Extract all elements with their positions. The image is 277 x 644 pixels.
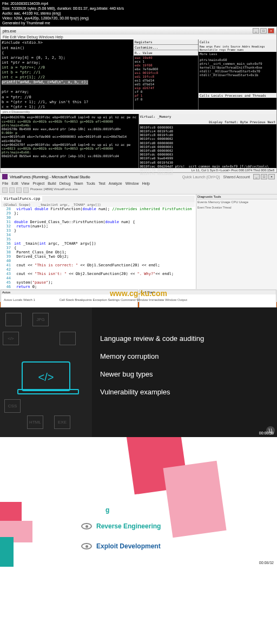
menu-item[interactable]: View [21, 182, 29, 185]
toolbar-icon[interactable] [23, 187, 29, 193]
menu-item[interactable]: File [2, 182, 8, 185]
diagnostic-tools-panel[interactable]: Diagnostic Tools Events Memory Usage CPU… [196, 194, 277, 289]
diag-tabs[interactable]: Events Memory Usage CPU Usage [197, 200, 276, 204]
call-row: ntdll!__RtlUserThreadStart+0x70 [199, 69, 276, 73]
code-editor[interactable]: VirtualFuncs.cpp (Global Scope) _tmain(i… [0, 194, 196, 289]
memory-row: 0019fcec 00d264df ptrs!__scrt_common_mai… [140, 164, 276, 168]
code-line: 43 cout << "This isn't: " << Obj2.Second… [1, 272, 195, 276]
vs-toolbar[interactable]: Process: [4896] VirtualFuncs.exe [0, 186, 277, 194]
vs-logo-icon [2, 174, 8, 179]
code-line: 41 cout << "This is correct: " << Obj1.S… [1, 263, 195, 267]
memory-row: 0019fcc8 0019fcd0 [140, 133, 276, 137]
diag-title: Diagnostic Tools [196, 194, 277, 199]
editor-tab[interactable]: VirtualFuncs.cpp [2, 196, 42, 202]
memory-row: 0019fccc 00000002 [140, 137, 276, 140]
disasm-line: eax=0019fcd8 ebx=7efde000 ecx=00000003 e… [2, 135, 137, 142]
menu-item[interactable]: Test [98, 182, 105, 185]
debugger-menubar[interactable]: File Edit View Debug Windows Help [1, 35, 276, 39]
code-line: 40 [1, 259, 195, 263]
bottom-tabs-left[interactable]: Autos Locals Watch 1 [2, 298, 37, 302]
script-icon: </> [3, 332, 19, 345]
menu-item[interactable]: Build [48, 182, 56, 185]
bug-icon [5, 313, 22, 326]
vs-menubar[interactable]: FileEditViewProjectBuildDebugTeamToolsTe… [0, 180, 277, 186]
laptop-icon: </> [22, 361, 70, 391]
timestamp: 00:08/32 [259, 561, 274, 565]
code-line: int a = *ptr++; //0 [2, 65, 132, 70]
code-line: 29}; [1, 211, 195, 216]
menu-item[interactable]: Team [74, 182, 83, 185]
menu-item[interactable]: Help [142, 182, 150, 185]
source-code-pane[interactable]: #include <stdio.h> int main() { int arra… [1, 39, 133, 110]
menu-item[interactable]: Analyze [109, 182, 122, 185]
menu-item[interactable]: Edit [11, 182, 18, 185]
window-title: ptrs.exe [3, 29, 16, 33]
topic-label: Exploit Development [96, 542, 161, 550]
register-row: ebx 7efde000 [134, 67, 198, 71]
css-icon: CSS [4, 399, 21, 413]
code-line: 44 [1, 276, 195, 280]
code-line: 28 virtual double FirstFunction(double n… [1, 207, 195, 211]
window-titlebar[interactable]: ptrs.exe _ □ × [1, 27, 276, 35]
call-row: ptrs!__scrt_common_main_seh+0xf9 [199, 62, 276, 65]
toolbar-icon[interactable] [2, 187, 8, 193]
vs-title-text: VirtualFuncs (Running) - Microsoft Visua… [10, 175, 90, 179]
code-line: int *ptr = array; [2, 61, 132, 65]
menu-item[interactable]: Tools [87, 182, 95, 185]
memory-row: 0019fcd0 00000000 [140, 141, 276, 145]
code-line: 35 [1, 237, 195, 242]
code-line: int array[4] = {0, 1, 2, 3}; [2, 56, 132, 61]
code-line: c = *(ptr + 1); //1 [2, 105, 132, 110]
maximize-button[interactable]: □ [260, 28, 267, 33]
folder-icon [60, 332, 76, 345]
toolbar-icon[interactable] [9, 187, 15, 193]
code-line: 42 [1, 267, 195, 272]
calls-header: Calls [199, 39, 276, 44]
disasm-line: eip=00d2678f esp=0019fcbc ebp=0019fce8 i… [2, 143, 137, 146]
disasm-line: ptrs!main+0x60: [2, 150, 137, 154]
topic-item: Memory corruption [100, 352, 269, 360]
code-line-highlighted: printf("a=%d, b=%d, c=%d\n", a, b, c); [2, 80, 88, 85]
source-tabs[interactable]: ptrs.c Disassembly [1, 110, 276, 114]
code-line: int b = *ptr; //1 [2, 70, 132, 75]
callstack-pane[interactable]: Calls Raw args Func info Source Addrs He… [198, 39, 276, 110]
memory-pane[interactable]: Virtual: _Memory Display format: Byte Pr… [138, 114, 277, 168]
toolbar-icon[interactable] [16, 187, 22, 193]
code-line: #include <stdio.h> [2, 41, 132, 45]
register-row: zf 0 [134, 97, 198, 101]
register-row: eip d2674f [134, 86, 198, 90]
course-slide-topics: JPG </> CSS HTML EXE </> Language review… [0, 307, 277, 437]
html-icon: HTML [27, 415, 43, 429]
code-line: ptr = array; [2, 90, 132, 95]
registers-pane[interactable]: Registers Customize... R.. Value eax 19e… [133, 39, 198, 110]
disasm-line: cs=0023 ss=002b ds=002b es=002b fs=0053 … [2, 146, 137, 150]
code-line: a = *ptr; //0 [2, 95, 132, 100]
disassembly-pane[interactable]: eip=00d2678b esp=0019fcbc ebp=0019fce8 i… [1, 114, 138, 168]
disasm-line: 00d2678b 8b4500 mov eax,dword ptr [ebp-1… [2, 127, 137, 131]
process-selector[interactable]: Process: [4896] VirtualFuncs.exe [30, 187, 78, 193]
code-line: 30 [1, 216, 195, 220]
code-line: b = *(ptr + 1); //1, why isn't this 1? [2, 100, 132, 105]
video-metadata: File: 20160830134039.mp4 Size: 5330926 b… [0, 0, 277, 26]
menu-item[interactable]: Debug [60, 182, 71, 185]
debugger-window: ptrs.exe _ □ × File Edit View Debug Wind… [0, 26, 277, 173]
disasm-line: eip=00d2678b esp=0019fcbc ebp=0019fce8 i… [2, 115, 137, 119]
menu-item[interactable]: Project [32, 182, 44, 185]
register-row: pf 1 [134, 93, 198, 97]
course-slide-roadmap: g Reverse Engineering Exploit Developmen… [0, 437, 277, 567]
meta-gen: Generated by Thumbnail me [2, 21, 275, 25]
code-line: 37{ [1, 246, 195, 250]
minimize-button[interactable]: _ [253, 28, 259, 33]
register-row: ed1 d7bd14 [134, 82, 198, 86]
close-button[interactable]: × [268, 28, 274, 33]
memory-row: 0019fcfc 0052e9b8 [140, 172, 276, 176]
bottom-tabs-right[interactable]: Call Stack Breakpoints Exception Setting… [59, 298, 187, 301]
disasm-line: ptrs!main+0x4b: [2, 123, 137, 127]
call-row: ptrs!main+0x60 [199, 58, 276, 62]
meta-audio: Audio: aac, 44100 Hz, stereo (eng) [2, 11, 275, 16]
code-line: 31double Derived_Class_Two::FirstFunctio… [1, 220, 195, 224]
register-row: es1 d7bd14 [134, 78, 198, 82]
jpg-icon: JPG [32, 313, 49, 326]
call-row: kernel32!BaseThreadInitThunk+0xe [199, 65, 276, 69]
menu-item[interactable]: Window [126, 182, 139, 185]
